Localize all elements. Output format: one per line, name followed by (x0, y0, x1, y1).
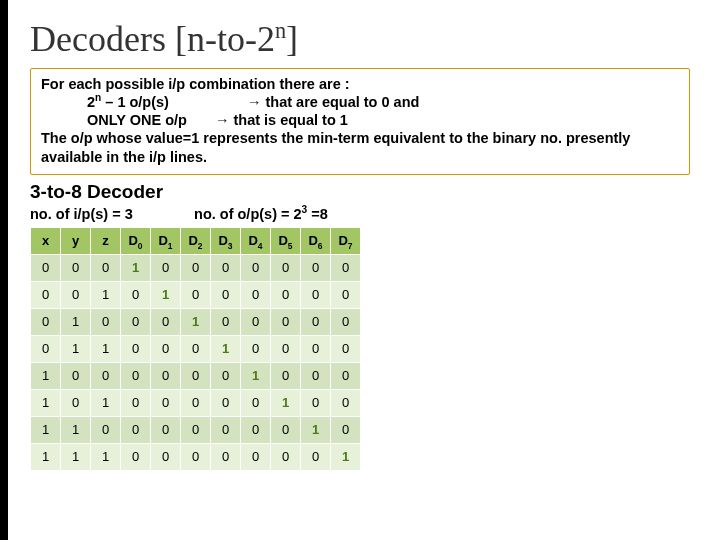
th-in-y: y (61, 227, 91, 254)
cell-out: 0 (301, 335, 331, 362)
cell-out: 0 (181, 281, 211, 308)
cell-in: 1 (61, 416, 91, 443)
op-count-b: =8 (307, 206, 328, 222)
cell-out: 1 (181, 308, 211, 335)
cell-in: 0 (91, 416, 121, 443)
info-line-2a: 2 (87, 94, 95, 110)
cell-in: 0 (61, 362, 91, 389)
cell-in: 0 (31, 254, 61, 281)
cell-out: 0 (211, 362, 241, 389)
cell-in: 0 (61, 254, 91, 281)
cell-in: 1 (31, 416, 61, 443)
cell-out: 0 (301, 254, 331, 281)
cell-out: 0 (121, 335, 151, 362)
cell-out: 0 (331, 281, 361, 308)
info-line-2b: – 1 o/p(s) (101, 94, 169, 110)
cell-out: 0 (121, 389, 151, 416)
cell-out: 0 (271, 362, 301, 389)
accent-bar (0, 0, 8, 540)
cell-out: 0 (151, 335, 181, 362)
cell-out: 0 (301, 281, 331, 308)
cell-in: 1 (91, 335, 121, 362)
cell-out: 0 (211, 389, 241, 416)
cell-out: 0 (211, 443, 241, 470)
cell-out: 0 (181, 389, 211, 416)
cell-out: 1 (271, 389, 301, 416)
cell-out: 0 (331, 416, 361, 443)
slide: Decoders [n-to-2n] For each possible i/p… (0, 0, 720, 540)
table-row: 10100000100 (31, 389, 361, 416)
cell-out: 1 (121, 254, 151, 281)
cell-out: 0 (331, 389, 361, 416)
table-row: 01000100000 (31, 308, 361, 335)
th-in-z: z (91, 227, 121, 254)
cell-in: 1 (31, 389, 61, 416)
th-out-1: D1 (151, 227, 181, 254)
cell-out: 0 (181, 416, 211, 443)
cell-out: 0 (181, 335, 211, 362)
cell-out: 0 (241, 389, 271, 416)
info-line-3b: → that is equal to 1 (215, 112, 348, 128)
sub-heading: 3-to-8 Decoder (30, 181, 690, 203)
title-pre: Decoders [n-to-2 (30, 19, 275, 59)
cell-out: 0 (271, 416, 301, 443)
th-in-x: x (31, 227, 61, 254)
cell-out: 0 (121, 308, 151, 335)
info-line-2: 2n – 1 o/p(s)→ that are equal to 0 and (87, 93, 679, 111)
cell-out: 0 (121, 416, 151, 443)
cell-in: 1 (61, 443, 91, 470)
cell-out: 0 (151, 254, 181, 281)
cell-out: 0 (151, 389, 181, 416)
cell-in: 1 (61, 335, 91, 362)
page-title: Decoders [n-to-2n] (30, 18, 690, 60)
th-out-7: D7 (331, 227, 361, 254)
cell-out: 0 (211, 416, 241, 443)
cell-out: 0 (121, 443, 151, 470)
cell-out: 0 (271, 254, 301, 281)
cell-out: 0 (211, 281, 241, 308)
cell-out: 0 (121, 362, 151, 389)
cell-out: 0 (301, 362, 331, 389)
cell-in: 0 (31, 281, 61, 308)
cell-in: 0 (31, 335, 61, 362)
table-row: 11100000001 (31, 443, 361, 470)
table-row: 10000001000 (31, 362, 361, 389)
cell-in: 1 (31, 362, 61, 389)
cell-out: 0 (331, 362, 361, 389)
cell-out: 0 (331, 254, 361, 281)
cell-in: 0 (91, 254, 121, 281)
cell-in: 0 (61, 281, 91, 308)
cell-out: 0 (271, 281, 301, 308)
truth-table: xyzD0D1D2D3D4D5D6D7 00010000000001010000… (30, 227, 361, 471)
cell-out: 1 (151, 281, 181, 308)
cell-out: 0 (331, 335, 361, 362)
cell-out: 1 (241, 362, 271, 389)
cell-out: 0 (181, 443, 211, 470)
th-out-6: D6 (301, 227, 331, 254)
cell-out: 0 (211, 308, 241, 335)
th-out-5: D5 (271, 227, 301, 254)
th-out-2: D2 (181, 227, 211, 254)
cell-out: 0 (151, 308, 181, 335)
th-out-4: D4 (241, 227, 271, 254)
cell-out: 0 (271, 335, 301, 362)
cell-out: 0 (211, 254, 241, 281)
info-box: For each possible i/p combination there … (30, 68, 690, 175)
title-sup: n (275, 18, 286, 43)
cell-out: 0 (151, 362, 181, 389)
cell-out: 0 (271, 443, 301, 470)
info-line-1: For each possible i/p combination there … (41, 75, 679, 93)
cell-out: 0 (331, 308, 361, 335)
cell-in: 1 (91, 389, 121, 416)
cell-out: 1 (211, 335, 241, 362)
cell-out: 0 (241, 416, 271, 443)
io-counts: no. of i/p(s) = 3 no. of o/p(s) = 23 =8 (30, 206, 690, 222)
table-header-row: xyzD0D1D2D3D4D5D6D7 (31, 227, 361, 254)
cell-in: 1 (31, 443, 61, 470)
cell-in: 0 (91, 362, 121, 389)
title-post: ] (286, 19, 298, 59)
table-row: 00010000000 (31, 254, 361, 281)
cell-out: 0 (241, 308, 271, 335)
th-out-0: D0 (121, 227, 151, 254)
cell-in: 0 (61, 389, 91, 416)
